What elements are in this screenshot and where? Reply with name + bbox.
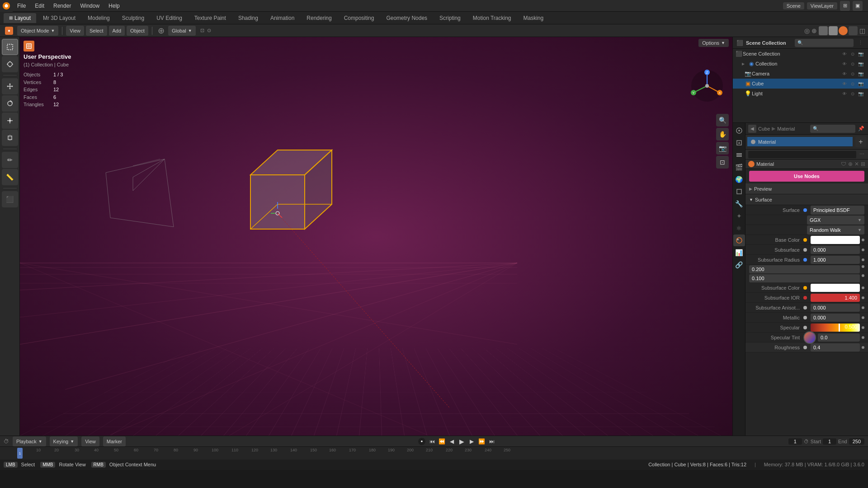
gizmo-icon[interactable]: ⊕ [811, 27, 817, 34]
expand-icon[interactable]: ⊞ [840, 1, 850, 11]
menu-help[interactable]: Help [104, 0, 124, 11]
cam-sel-icon[interactable]: ⊙ [849, 70, 856, 77]
tab-layout[interactable]: ⊞ Layout [4, 13, 36, 23]
proportional-icon[interactable]: ⊙ [207, 28, 211, 33]
vis-render-icon[interactable]: 📷 [857, 50, 864, 57]
vis-eye-icon[interactable]: 👁 [841, 50, 848, 57]
viewport-gizmo[interactable]: Z X Y [689, 68, 725, 104]
tab-animation[interactable]: Animation [265, 13, 300, 23]
subsurface-radius-animate[interactable] [862, 258, 864, 261]
material-slot[interactable] [748, 151, 856, 158]
prop-view-layer-icon[interactable] [733, 149, 745, 161]
node-filter-icon[interactable]: ⊞ [861, 161, 865, 167]
col-render-icon[interactable]: 📷 [857, 60, 864, 67]
prop-world-icon[interactable]: 🌍 [733, 174, 745, 185]
tab-compositing[interactable]: Compositing [339, 13, 380, 23]
add-cube-tool[interactable]: ⬛ [2, 191, 18, 207]
viewport-shading-1[interactable] [819, 26, 828, 35]
col-sel-icon[interactable]: ⊙ [849, 60, 856, 67]
subsurface-aniso-field[interactable]: 0.000 [811, 304, 860, 312]
tab-uv-editing[interactable]: UV Editing [151, 13, 188, 23]
start-frame-display[interactable]: 1 [823, 438, 836, 445]
zoom-in-btn[interactable]: 🔍 [716, 114, 729, 127]
viewport-options[interactable]: Options ▼ [698, 39, 729, 47]
subsurface-aniso-animate[interactable] [862, 306, 864, 309]
view-icon[interactable]: ▣ [853, 1, 863, 11]
distribution-dropdown[interactable]: GGX ▼ [807, 216, 864, 225]
specular-field[interactable]: 0.500 [811, 324, 860, 332]
current-frame-display[interactable]: 1 [788, 438, 802, 445]
record-btn[interactable]: ● [418, 438, 425, 445]
vis-sel-icon[interactable]: ⊙ [849, 50, 856, 57]
add-menu[interactable]: Add [109, 26, 125, 36]
tab-scripting[interactable]: Scripting [434, 13, 466, 23]
viewport-shading-4[interactable] [849, 26, 858, 35]
cube-render-icon[interactable]: 📷 [857, 80, 864, 87]
surface-section-header[interactable]: ▼ Surface [745, 194, 868, 205]
camera-btn[interactable]: 📷 [716, 142, 729, 155]
overlay-icon[interactable]: ◎ [804, 27, 810, 34]
subsurface-color-field[interactable] [811, 284, 860, 292]
prop-material-icon[interactable] [733, 235, 745, 246]
node-shield-icon[interactable]: 🛡 [841, 161, 846, 167]
jump-end-btn[interactable]: ⏭ [488, 437, 496, 446]
breadcrumb-object[interactable]: Cube [758, 126, 770, 131]
subsurface-animate[interactable] [862, 249, 864, 251]
viewport-shading-3[interactable] [839, 26, 848, 35]
props-search-input[interactable]: 🔍 [810, 125, 855, 133]
subsurface-radius-field-r[interactable]: 1.000 [811, 256, 860, 264]
tab-modeling[interactable]: Modeling [82, 13, 115, 23]
menu-edit[interactable]: Edit [30, 0, 49, 11]
snap-icon[interactable]: ⊡ [200, 28, 204, 33]
prop-render-icon[interactable] [733, 125, 745, 136]
specular-tint-field[interactable]: 0.0 [818, 333, 860, 342]
prop-particles-icon[interactable]: ✦ [733, 210, 745, 222]
tab-geometry-nodes[interactable]: Geometry Nodes [381, 13, 433, 23]
tab-sculpting[interactable]: Sculpting [117, 13, 150, 23]
view-timeline-menu[interactable]: View [81, 436, 99, 446]
object-mode-dropdown[interactable]: Object Mode ▼ [17, 26, 58, 36]
metallic-animate[interactable] [862, 316, 864, 319]
play-btn[interactable]: ▶ [458, 437, 466, 446]
use-nodes-button[interactable]: Use Nodes [749, 171, 864, 182]
viewport-shading-2[interactable] [829, 26, 838, 35]
keying-menu[interactable]: Keying ▼ [50, 436, 78, 446]
prev-keyframe-btn[interactable]: ⏪ [438, 437, 446, 446]
hand-btn[interactable]: ✋ [716, 128, 729, 141]
select-tool[interactable] [2, 39, 18, 55]
subsurface-method-dropdown[interactable]: Random Walk ▼ [807, 225, 864, 235]
scale-tool[interactable] [2, 113, 18, 129]
subsurface-radius-g-animate[interactable] [862, 265, 864, 268]
outliner-search[interactable]: 🔍 [795, 39, 854, 47]
light-sel-icon[interactable]: ⊙ [849, 90, 856, 97]
prop-object-icon[interactable] [733, 186, 745, 197]
prop-constraints-icon[interactable]: 🔗 [733, 259, 745, 271]
annotate-tool[interactable]: ✏ [2, 152, 18, 168]
subsurface-ior-animate[interactable] [862, 296, 864, 299]
subsurface-radius-b[interactable]: 0.100 [749, 274, 860, 282]
step-forward-btn[interactable]: ▶ [468, 437, 476, 446]
subsurface-radius-g[interactable]: 0.200 [749, 265, 860, 273]
mode-icon[interactable]: ● [3, 24, 15, 37]
prop-physics-icon[interactable]: ⚛ [733, 222, 745, 234]
metallic-field[interactable]: 0.000 [811, 314, 860, 322]
object-menu[interactable]: Object [127, 26, 148, 36]
select-menu[interactable]: Select [86, 26, 107, 36]
outliner-item-collection[interactable]: ▶ ◉ Collection 👁 ⊙ 📷 [733, 59, 868, 69]
subsurface-field[interactable]: 0.000 [811, 246, 860, 254]
roughness-animate[interactable] [862, 346, 864, 349]
subsurface-color-animate[interactable] [862, 286, 864, 289]
props-pin-icon[interactable]: 📌 [857, 125, 865, 133]
menu-file[interactable]: File [13, 0, 30, 11]
node-copy-icon[interactable]: ⊕ [848, 161, 853, 167]
specular-tint-animate[interactable] [862, 336, 864, 339]
breadcrumb-section[interactable]: Material [777, 126, 795, 131]
prop-modifier-icon[interactable]: 🔧 [733, 198, 745, 210]
outliner-filter[interactable]: ⋮ [856, 39, 864, 47]
props-nav-back[interactable]: ◀ [748, 125, 756, 133]
rotate-tool[interactable] [2, 95, 18, 112]
global-dropdown[interactable]: Global ▼ [168, 26, 196, 36]
subsurface-radius-b-animate[interactable] [862, 274, 864, 277]
playback-menu[interactable]: Playback ▼ [13, 436, 46, 446]
base-color-animate[interactable] [862, 239, 864, 241]
